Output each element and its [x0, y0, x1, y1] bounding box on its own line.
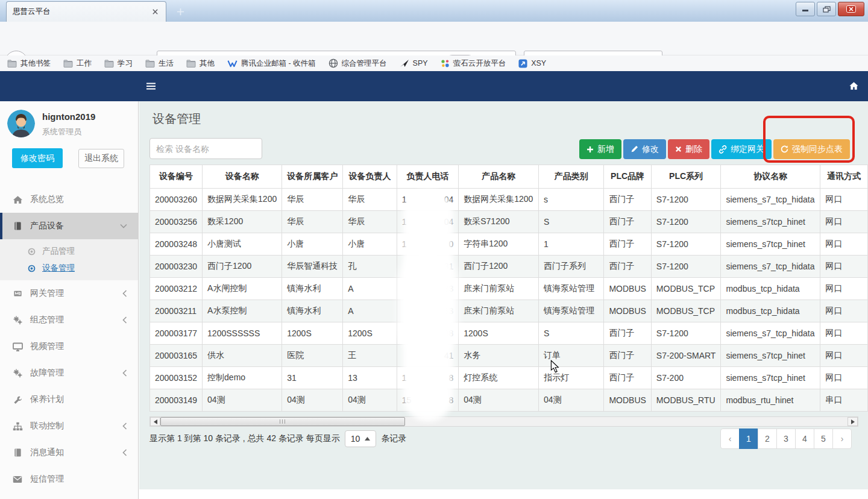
column-header[interactable]: PLC系列 — [651, 165, 721, 189]
action-button-label: 删除 — [685, 144, 702, 155]
sidebar-collapse-icon[interactable] — [146, 83, 156, 90]
pagination-prev[interactable]: ‹ — [720, 428, 740, 449]
app-home-icon[interactable] — [849, 81, 859, 90]
sidebar-item-label: 短信管理 — [30, 474, 64, 485]
scrollbar-track[interactable] — [160, 417, 848, 426]
phone-fragment-right: 8 — [448, 395, 453, 405]
table-row[interactable]: 200003248小唐测试小唐小唐10字符串12001西门子S7-1200sie… — [150, 233, 868, 256]
table-row[interactable]: 200003260数据网关采集1200华辰华辰104数据网关采集1200s西门子… — [150, 189, 868, 211]
bookmark-item[interactable]: 其他 — [186, 58, 215, 69]
change-password-button[interactable]: 修改密码 — [12, 148, 63, 168]
sidebar-item[interactable]: 消息通知 — [0, 439, 138, 466]
user-role: 系统管理员 — [42, 127, 81, 137]
table-cell: 控制demo — [203, 367, 282, 389]
sidebar-item[interactable]: 产品设备 — [0, 213, 138, 239]
scroll-left-button[interactable] — [150, 417, 160, 426]
action-button-pencil[interactable]: 修改 — [623, 139, 666, 159]
new-tab-button[interactable] — [172, 4, 188, 19]
chevron-down-icon — [120, 224, 127, 228]
m-gears-icon — [12, 368, 23, 378]
column-header[interactable]: 通讯方式 — [820, 165, 868, 189]
avatar[interactable] — [7, 110, 35, 137]
table-cell: 200003152 — [150, 367, 203, 389]
sidebar-subitem[interactable]: 设备管理 — [0, 260, 138, 277]
sidebar-item[interactable]: 短信管理 — [0, 466, 138, 492]
sidebar-item[interactable]: 视频管理 — [0, 333, 138, 360]
phone-cell: 41 — [397, 345, 459, 367]
pagination-next[interactable]: › — [832, 428, 852, 449]
pagination-page-5[interactable]: 5 — [814, 428, 833, 449]
bookmark-item[interactable]: SPY — [400, 59, 428, 67]
minimize-button[interactable] — [796, 2, 815, 16]
table-cell: 200003165 — [150, 345, 203, 367]
bookmark-item[interactable]: 萤石云开放平台 — [441, 58, 506, 69]
horizontal-scrollbar[interactable] — [149, 416, 858, 427]
m-monitor-icon — [12, 342, 23, 351]
device-search-input[interactable] — [149, 138, 262, 159]
scroll-right-button[interactable] — [848, 417, 858, 426]
close-button[interactable] — [838, 2, 864, 16]
m-gateway-icon — [12, 289, 23, 298]
m-book-icon — [12, 221, 23, 231]
sidebar-item[interactable]: 联动控制 — [0, 413, 138, 439]
column-header[interactable]: 设备编号 — [150, 165, 203, 189]
globe-icon — [329, 58, 338, 68]
sidebar-item[interactable]: 故障管理 — [0, 360, 138, 386]
column-header[interactable]: 设备名称 — [203, 165, 282, 189]
tencent-mail-icon — [227, 60, 237, 67]
sidebar-item[interactable]: 系统总览 — [0, 186, 138, 213]
bookmark-item[interactable]: 腾讯企业邮箱 - 收件箱 — [227, 58, 316, 69]
scrollbar-thumb[interactable] — [160, 417, 405, 426]
action-button-x[interactable]: 删除 — [668, 139, 709, 159]
column-header[interactable]: 产品名称 — [459, 165, 539, 189]
sidebar-item[interactable]: 车间管理 — [0, 492, 138, 499]
bookmark-item[interactable]: 工作 — [63, 58, 92, 69]
sidebar-subitem[interactable]: 产品管理 — [0, 243, 138, 260]
action-button-plus[interactable]: 新增 — [579, 139, 621, 159]
sidebar-item[interactable]: 网关管理 — [0, 280, 138, 307]
table-cell: modbus_rtu_hinet — [721, 389, 820, 412]
bookmark-item[interactable]: 其他书签 — [7, 58, 51, 69]
page-size-dropdown[interactable]: 10 — [345, 430, 377, 447]
column-header[interactable]: 协议名称 — [721, 165, 820, 189]
column-header[interactable]: 设备负责人 — [343, 165, 397, 189]
sidebar-item[interactable]: 组态管理 — [0, 307, 138, 333]
column-header[interactable]: 产品类别 — [539, 165, 604, 189]
table-row[interactable]: 200003211A水泵控制镇海水利A33庶来门前泵站镇海泵站管理MODBUSM… — [150, 300, 868, 322]
table-cell: 华辰 — [282, 189, 343, 211]
table-row[interactable]: 200003152控制demo311318灯控系统指示灯西门子S7-200sie… — [150, 367, 868, 389]
phone-fragment-right: 33 — [444, 306, 454, 316]
bookmark-item[interactable]: 综合管理平台 — [329, 58, 387, 69]
pagination-page-2[interactable]: 2 — [758, 428, 777, 449]
table-cell: 孔 — [343, 256, 397, 278]
column-header[interactable]: 设备所属客户 — [282, 165, 343, 189]
bookmark-item[interactable]: XSY — [518, 59, 546, 68]
action-button-link[interactable]: 绑定网关 — [711, 139, 772, 159]
bookmark-label: 腾讯企业邮箱 - 收件箱 — [241, 58, 316, 69]
pagination-page-4[interactable]: 4 — [795, 428, 814, 449]
table-row[interactable]: 200003212A水闸控制镇海水利A33庶来门前泵站镇海泵站管理MODBUSM… — [150, 278, 868, 300]
table-cell: 西门子 — [604, 189, 651, 211]
sidebar-item[interactable]: 保养计划 — [0, 386, 138, 413]
table-cell: S — [539, 211, 604, 233]
bookmark-item[interactable]: 学习 — [104, 58, 133, 69]
tab-close-icon[interactable] — [150, 7, 160, 17]
browser-titlebar: 思普云平台 — [0, 0, 868, 22]
phone-cell: 104 — [397, 189, 459, 211]
logout-button[interactable]: 退出系统 — [78, 149, 124, 168]
pagination-page-3[interactable]: 3 — [776, 428, 796, 449]
table-row[interactable]: 200003256数采1200华辰华辰104数采S71200S西门子S7-120… — [150, 211, 868, 233]
sidebar: hignton2019 系统管理员 修改密码 退出系统 系统总览产品设备产品管理… — [0, 101, 139, 499]
action-button-refresh[interactable]: 强制同步点表 — [773, 139, 850, 159]
table-row[interactable]: 20000314904测04测04测15804测04测MODBUSMODBUS_… — [150, 389, 868, 412]
bookmark-item[interactable]: 生活 — [145, 58, 174, 69]
column-header[interactable]: PLC品牌 — [604, 165, 651, 189]
table-cell: A水泵控制 — [203, 300, 282, 322]
browser-tab[interactable]: 思普云平台 — [6, 1, 166, 22]
pagination-page-1[interactable]: 1 — [739, 428, 758, 449]
column-header[interactable]: 负责人电话 — [397, 165, 459, 189]
restore-button[interactable] — [817, 2, 836, 16]
table-row[interactable]: 200003165供水医院王41水务订单西门子S7-200-SMARTsieme… — [150, 345, 868, 367]
table-row[interactable]: 2000031771200SSSSSS1200S1200S881200SS西门子… — [150, 322, 868, 345]
table-row[interactable]: 200003230西门子1200华辰智通科技孔31西门子1200西门子系列西门子… — [150, 256, 868, 278]
